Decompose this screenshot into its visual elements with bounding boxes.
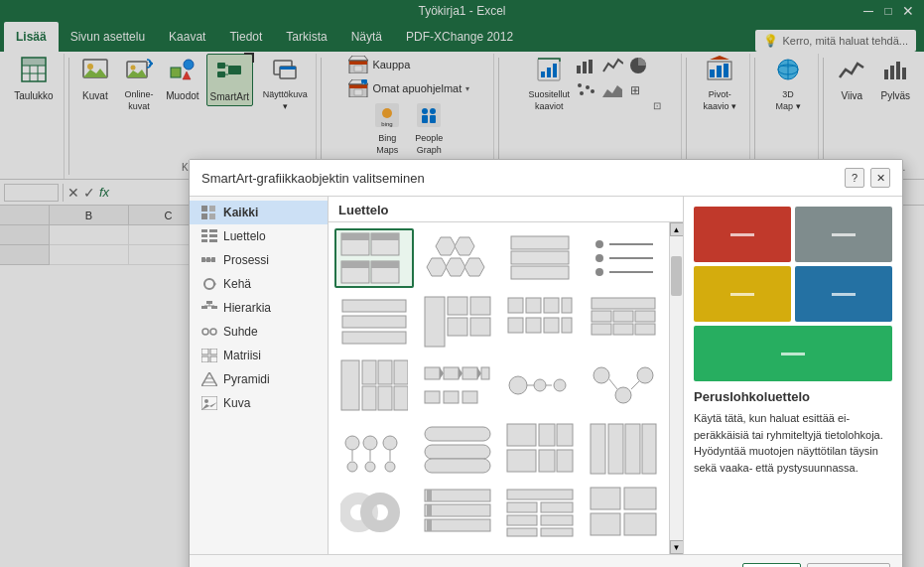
svg-rect-131 <box>508 318 523 325</box>
svg-rect-69 <box>209 229 217 232</box>
svg-point-116 <box>595 254 603 262</box>
scrollbar-thumb[interactable] <box>671 256 682 296</box>
svg-marker-106 <box>455 237 474 255</box>
diagram-item-7[interactable] <box>501 292 581 325</box>
swatch-line-4 <box>832 293 856 296</box>
swatch-line-3 <box>730 293 754 296</box>
prosessi-icon <box>201 253 217 267</box>
sidebar-label-hierarkia: Hierarkia <box>223 301 271 315</box>
preview-swatch-blue <box>795 266 892 322</box>
dialog-body: Kaikki Luettelo Prosessi Kehä <box>190 197 902 325</box>
svg-rect-70 <box>201 234 207 237</box>
svg-rect-84 <box>201 306 207 309</box>
svg-point-114 <box>595 240 603 248</box>
svg-rect-123 <box>448 297 467 315</box>
svg-rect-126 <box>470 318 490 325</box>
svg-rect-100 <box>371 233 399 240</box>
diagram-item-4[interactable] <box>584 228 663 288</box>
diagram-grid-row-2 <box>334 292 663 325</box>
dialog-close-btn[interactable]: ✕ <box>870 168 890 188</box>
svg-rect-120 <box>342 316 406 325</box>
grid-scrollbar[interactable]: ▲ ▼ <box>669 222 683 325</box>
diagram-grid-row-1 <box>334 228 663 288</box>
diagram-item-2[interactable] <box>418 228 497 288</box>
svg-rect-128 <box>526 298 541 313</box>
svg-rect-104 <box>371 261 399 268</box>
svg-rect-72 <box>201 239 207 242</box>
svg-point-118 <box>595 268 603 276</box>
svg-rect-125 <box>470 297 490 315</box>
svg-rect-74 <box>201 257 205 262</box>
sidebar-item-kaikki[interactable]: Kaikki <box>190 201 328 224</box>
sidebar-item-keha[interactable]: Kehä <box>190 272 328 296</box>
svg-marker-108 <box>446 258 465 276</box>
svg-rect-112 <box>511 266 569 279</box>
svg-marker-109 <box>464 258 484 276</box>
svg-rect-65 <box>209 206 215 212</box>
svg-rect-140 <box>613 324 633 325</box>
diagram-item-3[interactable] <box>501 228 581 288</box>
svg-rect-78 <box>211 257 215 262</box>
dialog-grid-header: Luettelo <box>329 197 683 222</box>
dialog-preview: Peruslohkoluettelo Käytä tätä, kun halua… <box>684 197 902 325</box>
luettelo-icon <box>201 229 217 243</box>
svg-rect-71 <box>209 234 217 237</box>
preview-swatch-yellow <box>694 266 791 322</box>
sidebar-item-hierarkia[interactable]: Hierarkia <box>190 296 328 320</box>
kaikki-icon <box>201 206 217 219</box>
sidebar-item-prosessi[interactable]: Prosessi <box>190 248 328 272</box>
svg-marker-75 <box>205 258 206 262</box>
svg-rect-76 <box>206 257 210 262</box>
svg-rect-110 <box>511 236 569 249</box>
dialog-help-btn[interactable]: ? <box>845 168 864 188</box>
swatch-line-2 <box>832 233 856 236</box>
svg-rect-68 <box>201 229 207 232</box>
smartart-dialog: SmartArt-grafiikkaobjektin valitseminen … <box>189 159 903 325</box>
svg-rect-135 <box>592 298 655 309</box>
preview-swatches <box>694 207 892 325</box>
dialog-title: SmartArt-grafiikkaobjektin valitseminen <box>201 171 425 186</box>
svg-point-79 <box>204 279 214 289</box>
svg-rect-137 <box>613 311 633 322</box>
svg-rect-119 <box>342 300 406 312</box>
scrollbar-track[interactable] <box>670 236 683 325</box>
svg-rect-127 <box>508 298 523 313</box>
dialog-controls: ? ✕ <box>845 168 890 188</box>
svg-rect-102 <box>341 261 369 268</box>
diagram-item-5[interactable] <box>334 292 414 325</box>
dialog-grid: Luettelo <box>329 197 684 325</box>
sidebar-label-prosessi: Prosessi <box>223 253 269 267</box>
svg-rect-81 <box>206 301 212 304</box>
diagram-item-8[interactable] <box>584 292 663 325</box>
svg-rect-139 <box>592 324 611 325</box>
sidebar-label-kaikki: Kaikki <box>223 206 258 219</box>
diagram-grid-scroll[interactable] <box>329 222 669 325</box>
preview-swatch-gray <box>795 207 892 262</box>
sidebar-label-luettelo: Luettelo <box>223 229 266 243</box>
svg-marker-77 <box>210 258 211 262</box>
diagram-item-6[interactable] <box>418 292 497 325</box>
svg-rect-66 <box>201 213 207 219</box>
svg-rect-132 <box>526 318 541 325</box>
sidebar-item-luettelo[interactable]: Luettelo <box>190 224 328 248</box>
svg-rect-64 <box>201 206 207 212</box>
dialog-sidebar: Kaikki Luettelo Prosessi Kehä <box>190 197 329 325</box>
svg-rect-141 <box>635 324 655 325</box>
svg-rect-133 <box>544 318 559 325</box>
sidebar-label-keha: Kehä <box>223 277 251 291</box>
svg-rect-73 <box>209 239 217 242</box>
svg-rect-124 <box>448 318 467 325</box>
scrollbar-up[interactable]: ▲ <box>670 222 684 236</box>
svg-marker-80 <box>214 282 216 286</box>
svg-marker-105 <box>436 237 456 255</box>
svg-rect-130 <box>562 298 572 313</box>
hierarkia-icon <box>201 301 217 315</box>
svg-rect-138 <box>635 311 655 322</box>
svg-marker-107 <box>427 258 447 276</box>
sidebar-item-suhde[interactable]: Suhde <box>190 320 328 325</box>
diagram-item-1[interactable] <box>334 228 414 288</box>
keha-icon <box>201 277 217 291</box>
svg-rect-85 <box>211 306 217 309</box>
svg-rect-122 <box>425 297 445 325</box>
svg-rect-134 <box>562 318 572 325</box>
